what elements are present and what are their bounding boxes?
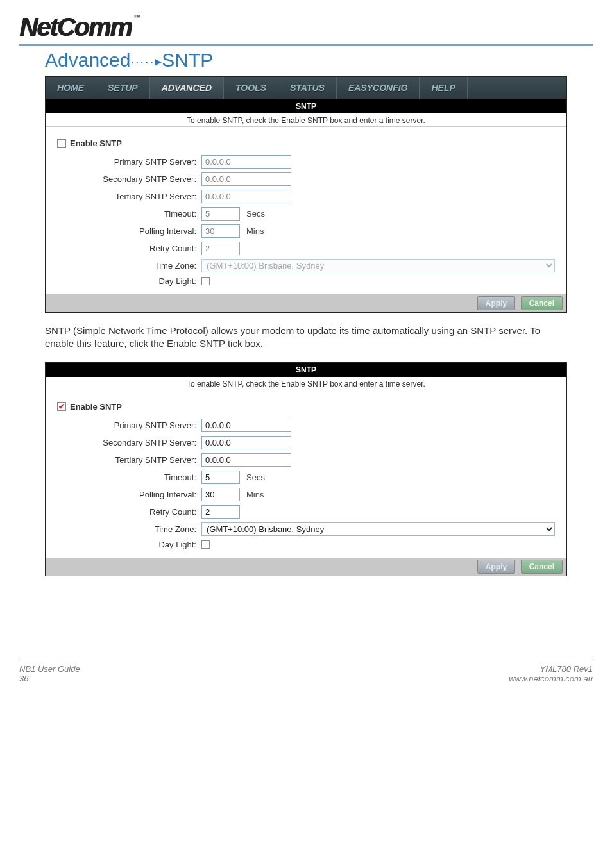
polling-input-2[interactable] [201, 488, 240, 501]
router-panel-enabled: SNTP To enable SNTP, check the Enable SN… [45, 362, 567, 576]
primary-server-input-2[interactable] [201, 419, 291, 432]
secondary-server-input-2[interactable] [201, 436, 291, 449]
header-rule [19, 44, 593, 46]
sntp-form-disabled: Enable SNTP Primary SNTP Server: Seconda… [46, 127, 566, 294]
secondary-server-label: Secondary SNTP Server: [57, 174, 201, 184]
polling-label-2: Polling Interval: [57, 490, 201, 499]
tab-advanced[interactable]: ADVANCED [150, 77, 224, 99]
footer-revision: YML780 Rev1 [509, 664, 593, 674]
enable-sntp-label: Enable SNTP [70, 138, 122, 148]
footer-page-number: 36 [19, 674, 80, 683]
enable-sntp-checkbox-checked[interactable]: ✔ [57, 402, 66, 411]
description-paragraph: SNTP (Simple Network Time Protocol) allo… [45, 324, 567, 351]
retry-input[interactable] [201, 242, 240, 255]
tab-easyconfig[interactable]: EASYCONFIG [337, 77, 420, 99]
timezone-select-2[interactable]: (GMT+10:00) Brisbane, Sydney [201, 522, 555, 536]
polling-input[interactable] [201, 224, 240, 238]
enable-sntp-label-2: Enable SNTP [70, 402, 122, 412]
daylight-checkbox-2[interactable] [201, 540, 210, 549]
polling-label: Polling Interval: [57, 226, 201, 236]
secondary-server-input[interactable] [201, 172, 291, 186]
tertiary-server-label-2: Tertiary SNTP Server: [57, 455, 201, 465]
heading-dots: ····· [130, 54, 155, 69]
sntp-form-enabled: ✔ Enable SNTP Primary SNTP Server: Secon… [46, 390, 566, 558]
timezone-select[interactable]: (GMT+10:00) Brisbane, Sydney [201, 259, 555, 272]
timeout-label: Timeout: [57, 209, 201, 219]
apply-button[interactable]: Apply [477, 296, 515, 310]
primary-server-label: Primary SNTP Server: [57, 157, 201, 167]
sntp-hint-2: To enable SNTP, check the Enable SNTP bo… [46, 377, 566, 390]
heading-prefix: Advanced [45, 49, 130, 71]
tab-home[interactable]: HOME [46, 77, 96, 99]
polling-unit-2: Mins [246, 490, 264, 499]
section-heading: Advanced·····▸SNTP [45, 49, 593, 71]
footer-left: NB1 User Guide 36 [19, 664, 80, 683]
tertiary-server-label: Tertiary SNTP Server: [57, 192, 201, 201]
sntp-hint: To enable SNTP, check the Enable SNTP bo… [46, 113, 566, 127]
daylight-label-2: Day Light: [57, 540, 201, 549]
button-bar: Apply Cancel [46, 294, 566, 312]
footer-url: www.netcomm.com.au [509, 674, 593, 683]
tab-status[interactable]: STATUS [278, 77, 337, 99]
timeout-unit-2: Secs [246, 472, 265, 482]
brand-logo: NetComm™ [19, 13, 593, 42]
timeout-input[interactable] [201, 207, 240, 221]
heading-arrow-icon: ▸ [155, 53, 162, 69]
sntp-title-bar: SNTP [46, 99, 566, 113]
nav-tabs: HOME SETUP ADVANCED TOOLS STATUS EASYCON… [46, 77, 566, 99]
nav-spacer [468, 77, 566, 99]
daylight-label: Day Light: [57, 276, 201, 286]
cancel-button[interactable]: Cancel [521, 296, 563, 310]
timezone-label: Time Zone: [57, 261, 201, 271]
polling-unit: Mins [246, 226, 264, 236]
primary-server-input[interactable] [201, 155, 291, 169]
retry-label-2: Retry Count: [57, 507, 201, 517]
tertiary-server-input-2[interactable] [201, 453, 291, 467]
tab-setup[interactable]: SETUP [96, 77, 150, 99]
footer-guide-title: NB1 User Guide [19, 664, 80, 674]
tab-help[interactable]: HELP [420, 77, 467, 99]
retry-label: Retry Count: [57, 244, 201, 253]
timeout-label-2: Timeout: [57, 472, 201, 482]
timezone-label-2: Time Zone: [57, 524, 201, 534]
enable-sntp-row: Enable SNTP [57, 138, 555, 148]
timeout-unit: Secs [246, 209, 265, 219]
sntp-title-bar-2: SNTP [46, 363, 566, 377]
primary-server-label-2: Primary SNTP Server: [57, 421, 201, 430]
retry-input-2[interactable] [201, 505, 240, 519]
page-footer: NB1 User Guide 36 YML780 Rev1 www.netcom… [19, 660, 593, 683]
router-panel-disabled: HOME SETUP ADVANCED TOOLS STATUS EASYCON… [45, 76, 567, 313]
logo-text: NetComm [19, 13, 132, 41]
logo-tm: ™ [133, 13, 140, 22]
tertiary-server-input[interactable] [201, 190, 291, 203]
timeout-input-2[interactable] [201, 471, 240, 484]
footer-right: YML780 Rev1 www.netcomm.com.au [509, 664, 593, 683]
secondary-server-label-2: Secondary SNTP Server: [57, 438, 201, 447]
tab-tools[interactable]: TOOLS [224, 77, 278, 99]
daylight-checkbox[interactable] [201, 277, 210, 285]
heading-suffix: SNTP [162, 49, 213, 71]
enable-sntp-checkbox[interactable] [57, 139, 66, 148]
enable-sntp-row-2: ✔ Enable SNTP [57, 402, 555, 412]
cancel-button-2[interactable]: Cancel [521, 560, 563, 574]
apply-button-2[interactable]: Apply [477, 560, 515, 574]
button-bar-2: Apply Cancel [46, 558, 566, 576]
